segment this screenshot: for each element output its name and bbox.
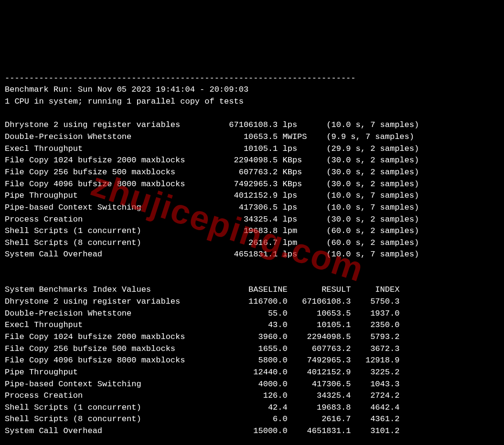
test-result-row: Double-Precision Whetstone 10653.5 MWIPS… [5,132,414,141]
index-row-baseline: 6.0 [204,414,287,424]
test-result-row: File Copy 4096 bufsize 8000 maxblocks 74… [5,180,419,189]
index-row-baseline: 5800.0 [204,356,287,365]
index-header-index: INDEX [351,285,399,294]
index-row: Shell Scripts (8 concurrent) 6.0 2616.7 … [5,414,399,424]
index-row-baseline: 12440.0 [204,368,287,377]
index-row-baseline: 55.0 [204,309,287,318]
cpu-info-line: 1 CPU in system; running 1 parallel copy… [5,97,244,106]
test-value: 67106108.3 [204,120,278,129]
test-timing: (10.0 s, 7 samples) [326,120,419,129]
index-row-baseline: 15000.0 [204,426,287,435]
index-row-baseline: 3960.0 [204,332,287,341]
test-results-block: Dhrystone 2 using register variables 671… [5,119,499,261]
index-row-name: Process Creation [5,391,204,400]
index-row: File Copy 256 bufsize 500 maxblocks 1655… [5,344,399,353]
index-row-result: 417306.5 [288,380,351,389]
test-timing: (30.0 s, 2 samples) [326,168,419,177]
index-row-result: 10105.1 [288,320,351,329]
test-timing: (10.0 s, 7 samples) [326,203,419,212]
index-row-result: 4012152.9 [288,368,351,377]
index-row-name: Execl Throughput [5,320,204,329]
index-row: Dhrystone 2 using register variables 116… [5,297,399,306]
index-row: File Copy 1024 bufsize 2000 maxblocks 39… [5,332,399,341]
test-result-row: Shell Scripts (8 concurrent) 2616.7 lpm … [5,238,419,247]
test-name: File Copy 256 bufsize 500 maxblocks [5,168,204,177]
test-result-row: Process Creation 34325.4 lps (30.0 s, 2 … [5,215,419,224]
index-row-name: Dhrystone 2 using register variables [5,297,204,306]
test-result-row: System Call Overhead 4651831.1 lps (10.0… [5,250,419,259]
test-name: Shell Scripts (1 concurrent) [5,226,204,235]
test-unit: lps [283,203,312,212]
index-row-index: 4642.4 [351,403,399,412]
test-timing: (30.0 s, 2 samples) [326,215,419,224]
index-table-block: System Benchmarks Index Values BASELINE … [5,284,499,437]
test-value: 7492965.3 [204,180,278,189]
index-row: Process Creation 126.0 34325.4 2724.2 [5,391,399,400]
index-row-name: File Copy 1024 bufsize 2000 maxblocks [5,332,204,341]
test-value: 10105.1 [204,144,278,153]
test-value: 2616.7 [204,238,278,247]
test-unit: lps [283,120,312,129]
test-unit: lps [283,191,312,200]
index-row-index: 5750.3 [351,297,399,306]
test-value: 19683.8 [204,226,278,235]
test-timing: (29.9 s, 2 samples) [326,144,419,153]
index-row-name: Double-Precision Whetstone [5,309,204,318]
index-row-index: 5793.2 [351,332,399,341]
index-row-result: 10653.5 [288,309,351,318]
index-row-index: 3225.2 [351,368,399,377]
test-timing: (30.0 s, 2 samples) [326,156,419,165]
index-row-result: 19683.8 [288,403,351,412]
test-unit: lps [283,144,312,153]
test-name: Pipe Throughput [5,191,204,200]
index-row-name: File Copy 256 bufsize 500 maxblocks [5,344,204,353]
index-header-result: RESULT [288,285,351,294]
index-row-result: 34325.4 [288,391,351,400]
index-row-baseline: 126.0 [204,391,287,400]
test-value: 4012152.9 [204,191,278,200]
test-result-row: Dhrystone 2 using register variables 671… [5,120,419,129]
test-name: Process Creation [5,215,204,224]
index-row: Double-Precision Whetstone 55.0 10653.5 … [5,309,399,318]
test-result-row: File Copy 1024 bufsize 2000 maxblocks 22… [5,156,419,165]
index-row-result: 2616.7 [288,414,351,424]
index-row-index: 3101.2 [351,426,399,435]
index-row: Shell Scripts (1 concurrent) 42.4 19683.… [5,403,399,412]
test-name: File Copy 4096 bufsize 8000 maxblocks [5,180,204,189]
separator-line: ----------------------------------------… [5,74,356,83]
index-row-result: 4651831.1 [288,426,351,435]
index-row-result: 607763.2 [288,344,351,353]
test-result-row: Pipe-based Context Switching 417306.5 lp… [5,203,419,212]
test-value: 34325.4 [204,215,278,224]
test-value: 2294098.5 [204,156,278,165]
test-name: Pipe-based Context Switching [5,203,204,212]
test-unit: KBps [283,180,312,189]
index-row-baseline: 43.0 [204,320,287,329]
index-row-name: File Copy 4096 bufsize 8000 maxblocks [5,356,204,365]
index-row-baseline: 42.4 [204,403,287,412]
test-unit: lps [283,250,312,259]
index-row: Pipe-based Context Switching 4000.0 4173… [5,380,399,389]
test-value: 4651831.1 [204,250,278,259]
test-name: Execl Throughput [5,144,204,153]
index-row-name: Shell Scripts (8 concurrent) [5,414,204,424]
test-name: Shell Scripts (8 concurrent) [5,238,204,247]
index-row: System Call Overhead 15000.0 4651831.1 3… [5,426,399,435]
index-row-index: 1937.0 [351,309,399,318]
test-result-row: Execl Throughput 10105.1 lps (29.9 s, 2 … [5,144,419,153]
index-row-index: 4361.2 [351,414,399,424]
index-row: File Copy 4096 bufsize 8000 maxblocks 58… [5,356,399,365]
index-row-name: Pipe Throughput [5,368,204,377]
test-timing: (10.0 s, 7 samples) [326,191,419,200]
test-unit: lpm [283,226,312,235]
test-timing: (30.0 s, 2 samples) [326,180,419,189]
test-value: 607763.2 [204,168,278,177]
test-unit: lpm [283,238,312,247]
terminal-output: ----------------------------------------… [0,59,504,445]
index-row-index: 2724.2 [351,391,399,400]
test-timing: (9.9 s, 7 samples) [326,132,414,141]
test-result-row: File Copy 256 bufsize 500 maxblocks 6077… [5,168,419,177]
test-name: File Copy 1024 bufsize 2000 maxblocks [5,156,204,165]
index-row-baseline: 116700.0 [204,297,287,306]
benchmark-run-line: Benchmark Run: Sun Nov 05 2023 19:41:04 … [5,85,248,94]
